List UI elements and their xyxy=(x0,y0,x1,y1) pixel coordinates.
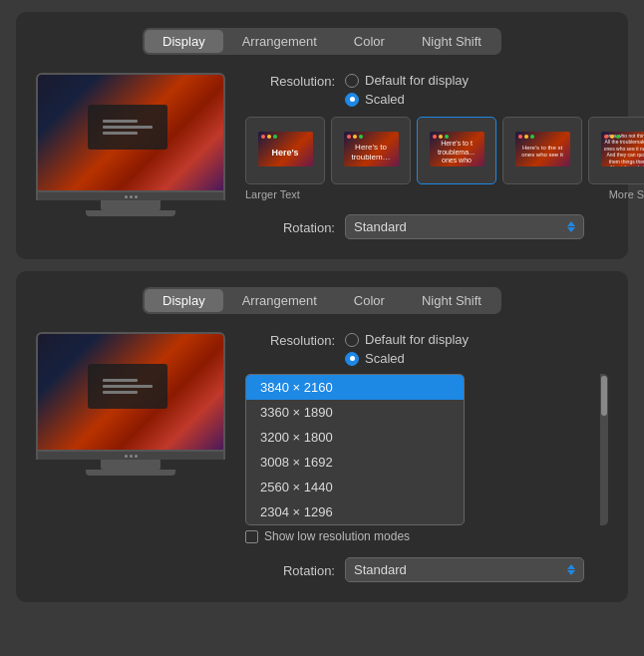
tl-yellow-4 xyxy=(524,135,528,139)
monitor-base xyxy=(86,210,175,216)
top-monitor-preview xyxy=(36,73,225,216)
scale-option-4[interactable]: Here's to the stones who see it xyxy=(502,117,582,184)
scale-option-5[interactable]: Here's to the crazy ones who not things … xyxy=(588,117,644,184)
bottom-content-row: Resolution: Default for display Scaled xyxy=(36,332,608,582)
monitor-window xyxy=(88,105,167,150)
dialog-lines xyxy=(99,116,157,139)
resolution-item-3360[interactable]: 3360 × 1890 xyxy=(246,400,464,425)
bottom-monitor-dot xyxy=(125,455,128,458)
bottom-dialog-line-3 xyxy=(103,391,138,394)
top-tab-arrangement[interactable]: Arrangement xyxy=(224,30,335,53)
top-rotation-row: Rotation: Standard xyxy=(245,214,644,239)
tl-red-5 xyxy=(604,135,608,139)
bottom-monitor-screen xyxy=(36,332,225,452)
bottom-monitor-preview xyxy=(36,332,225,476)
top-rotation-label: Rotation: xyxy=(245,219,335,235)
traffic-lights-3 xyxy=(433,135,449,139)
show-low-res-checkbox[interactable] xyxy=(245,530,258,543)
bottom-arrow-down-icon xyxy=(567,570,575,575)
top-resolution-row: Resolution: Default for display Scaled xyxy=(245,73,644,107)
bottom-tab-color[interactable]: Color xyxy=(336,289,403,312)
bottom-rotation-arrows xyxy=(567,564,575,575)
tl-green-2 xyxy=(359,135,363,139)
dropdown-scrollbar[interactable] xyxy=(600,374,608,525)
dialog-line-1 xyxy=(103,120,138,123)
scale-option-1[interactable]: Here's xyxy=(245,117,325,184)
top-rotation-select[interactable]: Standard xyxy=(345,214,584,239)
resolution-item-2560[interactable]: 2560 × 1440 xyxy=(246,475,464,499)
top-tab-color[interactable]: Color xyxy=(336,30,403,53)
show-low-res-label: Show low resolution modes xyxy=(264,529,410,543)
top-radio-default[interactable]: Default for display xyxy=(345,73,469,88)
scale-option-3[interactable]: Here's to ttroublema…ones who xyxy=(417,117,496,184)
scale-option-2[interactable]: Here's totroublem… xyxy=(331,117,411,184)
bottom-radio-scaled-label: Scaled xyxy=(365,351,405,366)
tl-yellow-5 xyxy=(610,135,614,139)
bottom-resolution-row: Resolution: Default for display Scaled xyxy=(245,332,608,366)
bottom-resolution-label: Resolution: xyxy=(245,332,335,348)
bottom-radio-scaled-circle xyxy=(345,352,359,366)
scale-text-4: Here's to the stones who see it xyxy=(521,145,563,159)
scrollbar-thumb xyxy=(601,376,607,416)
tl-yellow-3 xyxy=(439,135,443,139)
dialog-line-2 xyxy=(103,126,153,129)
resolution-item-3200[interactable]: 3200 × 1800 xyxy=(246,425,464,450)
bottom-tab-display[interactable]: Display xyxy=(145,289,223,312)
bottom-monitor-window xyxy=(88,364,167,409)
traffic-lights-2 xyxy=(347,135,363,139)
tl-yellow-1 xyxy=(267,135,271,139)
dropdown-wrapper: 3840 × 2160 3360 × 1890 3200 × 1800 3008… xyxy=(245,374,608,525)
scale-screen-2: Here's totroublem… xyxy=(344,132,399,166)
monitor-screen xyxy=(36,73,225,192)
scale-screen-5: Here's to the crazy ones who not things … xyxy=(601,132,645,166)
radio-scaled-label: Scaled xyxy=(365,92,405,107)
monitor-dot xyxy=(135,195,138,198)
bottom-dialog-line-1 xyxy=(103,379,138,382)
tl-yellow-2 xyxy=(353,135,357,139)
radio-default-label: Default for display xyxy=(365,73,469,88)
bottom-radio-default[interactable]: Default for display xyxy=(345,332,469,347)
monitor-dot xyxy=(130,195,133,198)
resolution-item-3008[interactable]: 3008 × 1692 xyxy=(246,450,464,475)
bottom-tab-arrangement[interactable]: Arrangement xyxy=(224,289,335,312)
top-rotation-value: Standard xyxy=(354,219,407,234)
bottom-dialog-line-2 xyxy=(103,385,153,388)
bottom-rotation-label: Rotation: xyxy=(245,562,335,578)
more-space-label: More Space xyxy=(609,188,644,200)
arrow-up-icon xyxy=(567,221,575,226)
top-radio-scaled[interactable]: Scaled xyxy=(345,92,469,107)
bottom-radio-scaled[interactable]: Scaled xyxy=(345,351,469,366)
resolution-item-3840[interactable]: 3840 × 2160 xyxy=(246,375,464,400)
resolution-dropdown: 3840 × 2160 3360 × 1890 3200 × 1800 3008… xyxy=(245,374,608,525)
tl-red-1 xyxy=(261,135,265,139)
top-resolution-section: Resolution: Default for display Scaled xyxy=(245,73,644,239)
bottom-monitor-dot xyxy=(135,455,138,458)
bottom-rotation-select[interactable]: Standard xyxy=(345,557,584,582)
tl-red-2 xyxy=(347,135,351,139)
dialog-line-3 xyxy=(103,132,138,135)
bottom-panel: Display Arrangement Color Night Shift xyxy=(16,271,628,602)
show-low-res-row[interactable]: Show low resolution modes xyxy=(245,529,608,543)
bottom-rotation-row: Rotation: Standard xyxy=(245,557,608,582)
top-tab-group: Display Arrangement Color Night Shift xyxy=(143,28,501,55)
tl-green-3 xyxy=(445,135,449,139)
top-radio-options: Default for display Scaled xyxy=(345,73,469,107)
larger-text-label: Larger Text xyxy=(245,188,300,200)
bottom-monitor-base xyxy=(86,470,175,476)
resolution-label: Resolution: xyxy=(245,73,335,89)
top-tab-night-shift[interactable]: Night Shift xyxy=(404,30,499,53)
scale-text-3: Here's to ttroublema…ones who xyxy=(438,140,476,164)
top-tab-display[interactable]: Display xyxy=(145,30,223,53)
monitor-stand xyxy=(101,200,161,210)
bottom-tab-night-shift[interactable]: Night Shift xyxy=(404,289,499,312)
top-content-row: Resolution: Default for display Scaled xyxy=(36,73,608,239)
traffic-lights-5 xyxy=(604,135,620,139)
resolution-item-2304[interactable]: 2304 × 1296 xyxy=(246,499,464,524)
scale-screen-4: Here's to the stones who see it xyxy=(515,132,570,166)
tl-red-4 xyxy=(518,135,522,139)
monitor-dot xyxy=(125,195,128,198)
tl-green-4 xyxy=(530,135,534,139)
traffic-lights-4 xyxy=(518,135,534,139)
top-scale-labels: Larger Text More Space xyxy=(245,188,644,200)
top-tab-bar: Display Arrangement Color Night Shift xyxy=(36,28,608,55)
